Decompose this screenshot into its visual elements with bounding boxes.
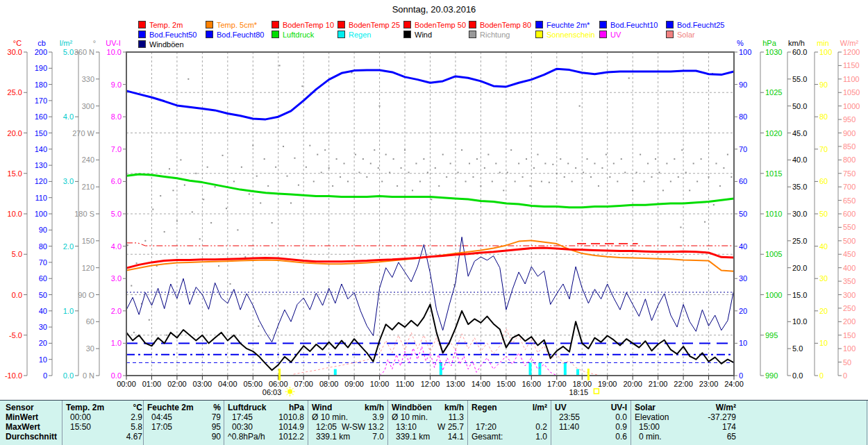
richtung-dot [272,222,273,224]
hour-label: 09:00 [344,380,364,388]
axis-tick-label: 40 [739,242,747,251]
axis-tick-label: 240 [82,156,94,164]
table-header-unit: W/m² [635,403,736,412]
axis-tick-label: 80 [39,242,47,251]
axis-tick-label: 990 [765,371,778,380]
axis-tick-label: 0 N [83,371,94,380]
richtung-dot [336,158,337,160]
richtung-dot [366,176,367,178]
richtung-dot [579,106,581,107]
axis-tick-label: 1025 [765,88,782,96]
richtung-dot [571,180,573,182]
richtung-dot [180,159,181,160]
axis-tick-label: 10.0 [107,48,122,56]
richtung-dot [624,171,626,173]
axis-tick-label: 120 [35,177,47,185]
richtung-dot [328,167,330,169]
axis-tick-label: 4.0 [111,242,122,251]
axis-tick-label: 0 [843,371,847,380]
table-cell-value: W 25.7 [392,423,464,432]
axis-tick-label: 15.0 [792,291,807,299]
axis-tick-label: 50 [843,358,851,367]
axis-tick-label: 2.0 [111,307,122,315]
richtung-dot [344,163,345,165]
hour-label: 15:00 [496,380,516,388]
richtung-dot [215,186,216,187]
richtung-dot [680,226,681,228]
axis-tick-label: 360 N [74,48,94,56]
richtung-dot [358,171,360,173]
axis-tick-label: 150 [35,129,47,137]
axis-tick-label: 110 [35,194,47,202]
hour-label: 16:00 [522,380,542,388]
axis-tick-label: 60 [39,274,47,283]
richtung-dot [541,180,542,182]
regen-bar [440,362,442,376]
hour-label: 01:00 [142,380,162,388]
richtung-dot [628,78,630,79]
axis-tick-label: 20.0 [8,129,22,137]
hour-label: 13:00 [446,380,465,388]
richtung-dot [678,176,679,178]
richtung-dot [309,145,310,146]
axis-tick-label: 30.0 [8,48,22,56]
axis-tick-label: 0 [43,371,47,380]
hour-label: 07:00 [294,380,313,388]
richtung-dot [237,229,238,230]
axis-tick-label: 330 [82,75,94,83]
axis-tick-label: 1020 [765,129,782,137]
table-cell-value: 0.0 [555,413,627,422]
axis-tick-label: 1010 [765,210,782,218]
axis-tick-label: 1000 [765,291,782,299]
axis-tick-label: 130 [35,161,47,169]
axis-tick-label: 5.0 [12,250,22,258]
axis-tick-label: 450 [843,250,856,258]
richtung-dot [651,176,653,178]
axis-tick-label: 995 [765,331,778,339]
richtung-dot [461,149,462,151]
richtung-dot [598,185,599,187]
table-header-unit: km/h [392,403,464,412]
axis-tick-label: 40 [39,307,47,315]
richtung-dot [666,163,667,165]
richtung-dot [713,204,715,205]
axis-tick-label: 200 [35,48,47,56]
table-cell-value: 90 [147,433,221,442]
richtung-dot [301,85,303,87]
table-row-label: Durchschnitt [6,433,57,442]
richtung-dot [385,154,387,156]
axis-tick-label: 20 [39,339,47,347]
richtung-dot [260,202,261,203]
richtung-dot [187,78,189,80]
richtung-dot [533,167,535,169]
hour-label: 05:00 [244,380,263,388]
axis-tick-label: 8.0 [111,112,122,121]
table-separator [224,401,224,445]
richtung-dot [446,176,447,178]
richtung-dot [374,149,375,151]
richtung-dot [298,185,299,186]
richtung-dot [670,180,671,182]
richtung-dot [244,256,246,258]
axis-tick-label: 0 [819,371,824,380]
richtung-dot [362,158,364,160]
hour-label: 12:00 [421,380,440,388]
axis-tick-label: 90 [739,81,747,89]
richtung-dot [351,72,352,74]
richtung-dot [290,202,292,203]
axis-tick-label: 60.0 [792,48,807,56]
richtung-dot [465,180,467,182]
richtung-dot [412,190,413,191]
richtung-dot [340,176,341,178]
axis-tick-label: 1030 [765,48,782,56]
axis-tick-label: 550 [843,223,856,231]
table-cell-value: 1012.2 [228,433,304,442]
richtung-dot [431,199,432,200]
axis-tick-label: 10 [39,355,47,364]
table-cell-value: 4.67 [66,433,142,442]
axis-tick-label: -10.0 [5,371,22,380]
axis-tick-label: 90 [819,81,828,89]
richtung-dot [438,185,440,187]
axis-tick-label: 3.0 [111,274,122,283]
richtung-dot [203,199,204,200]
